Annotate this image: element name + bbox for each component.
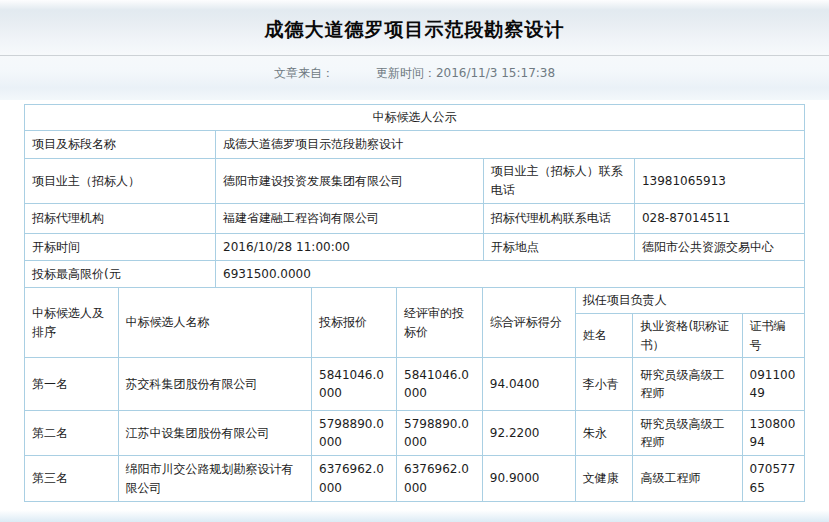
update-time: 更新时间：2016/11/3 15:17:38 bbox=[376, 65, 555, 82]
project-name-value: 成德大道德罗项目示范段勘察设计 bbox=[216, 131, 805, 159]
candidate-rank: 第二名 bbox=[25, 411, 119, 456]
header-divider bbox=[0, 55, 829, 56]
agency-label: 招标代理机构 bbox=[25, 204, 216, 234]
candidate-name: 江苏中设集团股份有限公司 bbox=[118, 411, 311, 456]
owner-label: 项目业主（招标人） bbox=[25, 159, 216, 204]
section-title: 中标候选人公示 bbox=[25, 105, 805, 131]
owner-phone-value: 13981065913 bbox=[634, 159, 804, 204]
page-title: 成德大道德罗项目示范段勘察设计 bbox=[0, 0, 829, 43]
meta-bar: 文章来自： 更新时间：2016/11/3 15:17:38 bbox=[0, 65, 829, 82]
owner-value: 德阳市建设投资发展集团有限公司 bbox=[216, 159, 484, 204]
candidate-name: 苏交科集团股份有限公司 bbox=[118, 358, 311, 411]
max-price-label: 投标最高限价(元 bbox=[25, 261, 216, 288]
candidate-leader-cert-no: 07057765 bbox=[742, 456, 804, 502]
candidate-leader-name: 文健康 bbox=[575, 456, 633, 502]
candidate-score: 94.0400 bbox=[482, 358, 575, 411]
max-price-value: 6931500.0000 bbox=[216, 261, 805, 288]
project-name-label: 项目及标段名称 bbox=[25, 131, 216, 159]
open-time-value: 2016/10/28 11:00:00 bbox=[216, 234, 484, 261]
project-info-table: 中标候选人公示 项目及标段名称 成德大道德罗项目示范段勘察设计 项目业主（招标人… bbox=[24, 104, 805, 288]
candidate-score: 90.9000 bbox=[482, 456, 575, 502]
header-evaluated-price: 经评审的投标价 bbox=[397, 288, 483, 358]
table-row: 开标时间 2016/10/28 11:00:00 开标地点 德阳市公共资源交易中… bbox=[25, 234, 805, 261]
header-leader-name: 姓名 bbox=[575, 314, 633, 358]
header-score: 综合评标得分 bbox=[482, 288, 575, 358]
open-place-label: 开标地点 bbox=[483, 234, 634, 261]
header-leader-qualification: 执业资格(职称证书） bbox=[633, 314, 742, 358]
page-header: 成德大道德罗项目示范段勘察设计 文章来自： 更新时间：2016/11/3 15:… bbox=[0, 0, 829, 100]
owner-phone-label: 项目业主（招标人）联系电话 bbox=[483, 159, 634, 204]
candidate-rank: 第一名 bbox=[25, 358, 119, 411]
article-source-label: 文章来自： bbox=[274, 66, 334, 80]
candidate-leader-name: 李小青 bbox=[575, 358, 633, 411]
candidate-bid-price: 5841046.0000 bbox=[312, 358, 397, 411]
candidates-header-row: 中标候选人及排序 中标候选人名称 投标报价 经评审的投标价 综合评标得分 拟任项… bbox=[25, 288, 805, 314]
candidate-evaluated-price: 6376962.0000 bbox=[397, 456, 483, 502]
header-leader-group: 拟任项目负责人 bbox=[575, 288, 804, 314]
candidates-table: 中标候选人及排序 中标候选人名称 投标报价 经评审的投标价 综合评标得分 拟任项… bbox=[24, 287, 805, 502]
update-time-label: 更新时间： bbox=[376, 66, 436, 80]
header-name: 中标候选人名称 bbox=[118, 288, 311, 358]
candidate-evaluated-price: 5798890.0000 bbox=[397, 411, 483, 456]
agency-phone-value: 028-87014511 bbox=[634, 204, 804, 234]
candidate-leader-qualification: 研究员级高级工程师 bbox=[633, 411, 742, 456]
agency-value: 福建省建融工程咨询有限公司 bbox=[216, 204, 484, 234]
candidate-row: 第一名 苏交科集团股份有限公司 5841046.0000 5841046.000… bbox=[25, 358, 805, 411]
article-source: 文章来自： bbox=[274, 65, 334, 82]
open-place-value: 德阳市公共资源交易中心 bbox=[634, 234, 804, 261]
table-row: 项目及标段名称 成德大道德罗项目示范段勘察设计 bbox=[25, 131, 805, 159]
table-row: 项目业主（招标人） 德阳市建设投资发展集团有限公司 项目业主（招标人）联系电话 … bbox=[25, 159, 805, 204]
candidate-row: 第三名 绵阳市川交公路规划勘察设计有限公司 6376962.0000 63769… bbox=[25, 456, 805, 502]
table-row: 招标代理机构 福建省建融工程咨询有限公司 招标代理机构联系电话 028-8701… bbox=[25, 204, 805, 234]
candidate-row: 第二名 江苏中设集团股份有限公司 5798890.0000 5798890.00… bbox=[25, 411, 805, 456]
candidate-leader-qualification: 高级工程师 bbox=[633, 456, 742, 502]
page-footer bbox=[0, 510, 829, 522]
candidate-leader-cert-no: 09110049 bbox=[742, 358, 804, 411]
candidate-evaluated-price: 5841046.0000 bbox=[397, 358, 483, 411]
candidate-name: 绵阳市川交公路规划勘察设计有限公司 bbox=[118, 456, 311, 502]
header-leader-cert-no: 证书编号 bbox=[742, 314, 804, 358]
candidate-bid-price: 6376962.0000 bbox=[312, 456, 397, 502]
candidate-leader-cert-no: 13080094 bbox=[742, 411, 804, 456]
table-row: 中标候选人公示 bbox=[25, 105, 805, 131]
announcement-content: 中标候选人公示 项目及标段名称 成德大道德罗项目示范段勘察设计 项目业主（招标人… bbox=[0, 100, 829, 502]
candidate-leader-name: 朱永 bbox=[575, 411, 633, 456]
candidate-bid-price: 5798890.0000 bbox=[312, 411, 397, 456]
candidate-score: 92.2200 bbox=[482, 411, 575, 456]
candidate-rank: 第三名 bbox=[25, 456, 119, 502]
header-rank: 中标候选人及排序 bbox=[25, 288, 119, 358]
update-time-value: 2016/11/3 15:17:38 bbox=[436, 66, 555, 80]
agency-phone-label: 招标代理机构联系电话 bbox=[483, 204, 634, 234]
open-time-label: 开标时间 bbox=[25, 234, 216, 261]
candidate-leader-qualification: 研究员级高级工程师 bbox=[633, 358, 742, 411]
header-bid-price: 投标报价 bbox=[312, 288, 397, 358]
table-row: 投标最高限价(元 6931500.0000 bbox=[25, 261, 805, 288]
